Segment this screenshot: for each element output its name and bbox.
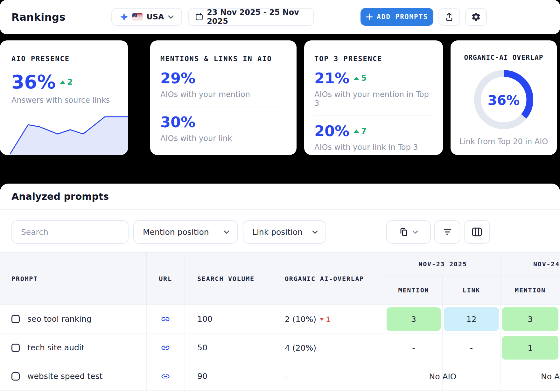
subcolumn-link[interactable]: LINK (442, 276, 500, 305)
analyzed-prompts-panel: Analyzed prompts Mention position Link p… (0, 184, 560, 392)
table-row: website speed test90-No AIONo AIO (0, 362, 560, 391)
ai-sparkle-icon (120, 12, 129, 21)
chevron-down-icon (412, 230, 418, 234)
prompt-cell: seo tool ranking (27, 305, 92, 333)
table-row: seo tool ranking1002 (10%)13123 (0, 305, 560, 333)
columns-icon (472, 227, 482, 237)
date-range-picker[interactable]: 23 Nov 2025 - 25 Nov 2025 (188, 8, 314, 26)
column-header-url[interactable]: URL (146, 253, 185, 305)
no-aio-cell: No AIO (541, 362, 560, 391)
upload-icon (444, 12, 454, 22)
search-box (11, 220, 129, 244)
calendar-icon (195, 12, 203, 21)
column-divider (500, 305, 501, 333)
country-label: USA (146, 12, 164, 21)
add-prompts-label: ADD PROMPTS (377, 13, 428, 21)
column-divider (272, 362, 272, 391)
search-volume-cell: 50 (197, 333, 207, 362)
mention-position-filter[interactable]: Mention position (133, 220, 238, 244)
column-divider (442, 305, 443, 333)
chevron-down-icon (224, 230, 229, 234)
url-link[interactable] (146, 333, 185, 362)
column-divider (272, 253, 272, 305)
date-range-label: 23 Nov 2025 - 25 Nov 2025 (207, 8, 307, 26)
mentions-label: AIOs with your mention (160, 90, 286, 99)
aio-presence-change: 2 (60, 78, 73, 87)
url-link[interactable] (146, 362, 185, 391)
column-divider (500, 253, 501, 305)
plus-icon (366, 13, 373, 20)
overlap-cell: 4 (20%) (285, 333, 316, 362)
link-icon (161, 372, 170, 381)
overlap-label: Link from Top 20 in AIO (458, 137, 549, 146)
date-header-divider (385, 276, 560, 276)
filter-lines-icon (443, 227, 452, 237)
country-selector[interactable]: USA (111, 8, 182, 26)
top3-link-label: AIOs with your link in Top 3 (314, 143, 433, 152)
card-organic-ai-overlap: ORGANIC-AI OVERLAP 36% Link from Top 20 … (451, 40, 557, 155)
column-header-organic-ai-overlap[interactable]: ORGANIC AI-OVERLAP (285, 253, 364, 305)
overlap-cell: - (285, 362, 288, 391)
copy-icon (399, 227, 409, 237)
filter-button[interactable] (434, 220, 460, 244)
column-header-search-volume[interactable]: SEARCH VOLUME (197, 253, 255, 305)
column-divider (385, 253, 385, 305)
date-value-cell: 3 (502, 307, 558, 331)
card-title: ORGANIC-AI OVERLAP (458, 54, 549, 61)
card-top3-presence: TOP 3 PRESENCE 21% 5 AIOs with your ment… (304, 40, 443, 155)
page-title: Rankings (11, 11, 66, 23)
link-icon (161, 343, 170, 353)
date-value-cell: 3 (387, 307, 441, 331)
columns-button[interactable] (464, 220, 490, 244)
column-divider (500, 333, 501, 362)
subcolumn-mention[interactable]: MENTION (385, 276, 442, 305)
card-aio-presence: AIO PRESENCE 36% 2 Answers with source l… (0, 40, 128, 155)
card-divider (314, 116, 433, 116)
card-title: MENTIONS & LINKS IN AIO (160, 55, 286, 63)
add-prompts-button[interactable]: ADD PROMPTS (360, 8, 433, 26)
section-title: Analyzed prompts (11, 191, 109, 202)
overlap-donut-value: 36% (472, 68, 535, 132)
column-divider (272, 305, 272, 333)
date-value-cell: - (387, 336, 441, 360)
chevron-down-icon (168, 15, 174, 19)
column-divider (442, 276, 443, 305)
mentions-value: 29% (160, 71, 195, 86)
section-divider (0, 209, 560, 210)
links-value: 30% (160, 115, 195, 130)
link-icon (161, 314, 170, 324)
search-input[interactable] (21, 228, 122, 237)
triangle-down-icon (319, 318, 324, 321)
column-divider (385, 333, 385, 362)
search-volume-cell: 100 (197, 305, 213, 333)
search-volume-cell: 90 (197, 362, 207, 391)
column-header-prompt[interactable]: PROMPT (11, 253, 38, 305)
date-group-nov23: NOV-23 2025 (385, 253, 500, 276)
url-link[interactable] (146, 305, 185, 333)
usa-flag-icon (132, 13, 143, 20)
overlap-change: 1 (319, 315, 331, 323)
chevron-down-icon (312, 230, 318, 234)
top3-link-change: 7 (354, 127, 367, 136)
subcolumn-mention[interactable]: MENTION (500, 276, 560, 305)
row-checkbox[interactable] (11, 372, 20, 381)
settings-button[interactable] (465, 8, 487, 26)
table-row: tech site audit504 (20%)--1 (0, 333, 560, 362)
top3-mention-value: 21% (314, 71, 349, 86)
top-bar: Rankings USA (0, 0, 560, 34)
top3-mention-label: AIOs with your mention in Top 3 (314, 90, 433, 108)
card-title: TOP 3 PRESENCE (314, 55, 433, 63)
row-checkbox[interactable] (11, 344, 20, 352)
export-button[interactable] (438, 8, 460, 26)
copy-dropdown-button[interactable] (386, 220, 431, 244)
column-divider (185, 305, 185, 333)
row-checkbox[interactable] (11, 315, 20, 323)
links-label: AIOs with your link (160, 134, 286, 143)
triangle-up-icon (354, 77, 359, 80)
column-divider (385, 305, 385, 333)
link-position-filter[interactable]: Link position (243, 220, 326, 244)
date-value-cell: 1 (502, 336, 558, 360)
card-mentions-links: MENTIONS & LINKS IN AIO 29% AIOs with yo… (150, 40, 297, 155)
card-divider (160, 107, 286, 107)
no-aio-cell: No AIO (385, 362, 500, 391)
